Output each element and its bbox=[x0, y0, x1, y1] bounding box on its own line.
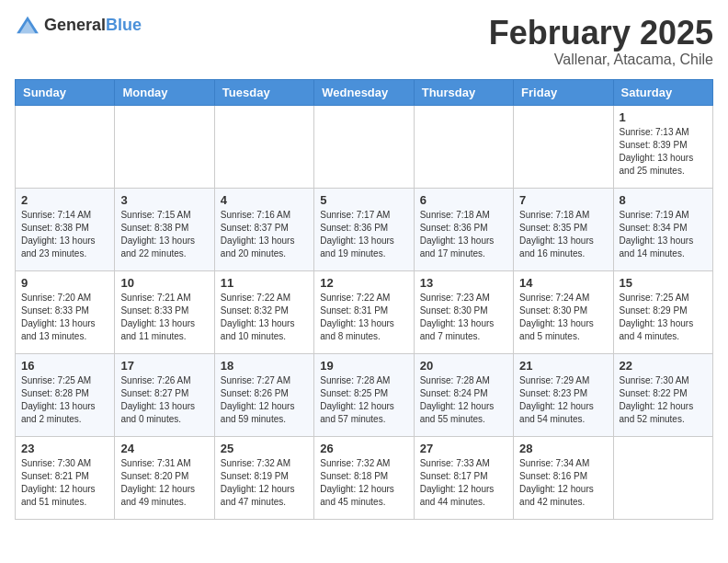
day-info: Sunrise: 7:25 AM Sunset: 8:29 PM Dayligh… bbox=[620, 292, 707, 343]
day-number: 8 bbox=[620, 193, 707, 207]
calendar-cell bbox=[414, 105, 513, 188]
calendar-cell: 23Sunrise: 7:30 AM Sunset: 8:21 PM Dayli… bbox=[16, 436, 115, 519]
day-number: 27 bbox=[420, 442, 507, 455]
calendar: SundayMondayTuesdayWednesdayThursdayFrid… bbox=[15, 79, 713, 520]
weekday-header-thursday: Thursday bbox=[414, 79, 513, 105]
calendar-cell: 10Sunrise: 7:21 AM Sunset: 8:33 PM Dayli… bbox=[115, 270, 214, 353]
logo: GeneralBlue bbox=[15, 15, 142, 35]
day-info: Sunrise: 7:32 AM Sunset: 8:19 PM Dayligh… bbox=[221, 457, 308, 509]
day-info: Sunrise: 7:19 AM Sunset: 8:34 PM Dayligh… bbox=[620, 209, 707, 260]
day-info: Sunrise: 7:21 AM Sunset: 8:33 PM Dayligh… bbox=[120, 292, 208, 343]
logo-icon bbox=[15, 15, 40, 35]
calendar-cell: 11Sunrise: 7:22 AM Sunset: 8:32 PM Dayli… bbox=[214, 270, 313, 353]
calendar-cell: 2Sunrise: 7:14 AM Sunset: 8:38 PM Daylig… bbox=[16, 188, 115, 270]
day-info: Sunrise: 7:17 AM Sunset: 8:36 PM Dayligh… bbox=[320, 209, 407, 260]
day-info: Sunrise: 7:22 AM Sunset: 8:32 PM Dayligh… bbox=[221, 292, 308, 343]
calendar-cell: 21Sunrise: 7:29 AM Sunset: 8:23 PM Dayli… bbox=[514, 353, 613, 436]
weekday-header-saturday: Saturday bbox=[613, 79, 712, 105]
day-info: Sunrise: 7:33 AM Sunset: 8:17 PM Dayligh… bbox=[420, 457, 507, 509]
day-number: 11 bbox=[221, 276, 308, 290]
day-number: 21 bbox=[519, 359, 607, 373]
day-info: Sunrise: 7:30 AM Sunset: 8:21 PM Dayligh… bbox=[21, 457, 108, 509]
calendar-cell: 19Sunrise: 7:28 AM Sunset: 8:25 PM Dayli… bbox=[314, 353, 414, 436]
day-info: Sunrise: 7:24 AM Sunset: 8:30 PM Dayligh… bbox=[519, 292, 607, 343]
calendar-cell: 8Sunrise: 7:19 AM Sunset: 8:34 PM Daylig… bbox=[613, 188, 712, 270]
calendar-cell bbox=[16, 105, 115, 188]
calendar-cell: 13Sunrise: 7:23 AM Sunset: 8:30 PM Dayli… bbox=[414, 270, 513, 353]
day-number: 20 bbox=[420, 359, 507, 373]
weekday-header-monday: Monday bbox=[115, 79, 214, 105]
day-number: 17 bbox=[120, 359, 208, 373]
calendar-week-5: 23Sunrise: 7:30 AM Sunset: 8:21 PM Dayli… bbox=[16, 436, 713, 519]
day-info: Sunrise: 7:23 AM Sunset: 8:30 PM Dayligh… bbox=[420, 292, 507, 343]
day-info: Sunrise: 7:27 AM Sunset: 8:26 PM Dayligh… bbox=[221, 374, 308, 426]
weekday-header-sunday: Sunday bbox=[16, 79, 115, 105]
day-number: 23 bbox=[21, 442, 108, 455]
calendar-cell bbox=[514, 105, 613, 188]
day-number: 15 bbox=[620, 276, 707, 290]
day-info: Sunrise: 7:31 AM Sunset: 8:20 PM Dayligh… bbox=[120, 457, 208, 509]
weekday-header-row: SundayMondayTuesdayWednesdayThursdayFrid… bbox=[16, 79, 713, 105]
calendar-cell: 17Sunrise: 7:26 AM Sunset: 8:27 PM Dayli… bbox=[115, 353, 214, 436]
calendar-week-2: 2Sunrise: 7:14 AM Sunset: 8:38 PM Daylig… bbox=[16, 188, 713, 270]
day-info: Sunrise: 7:32 AM Sunset: 8:18 PM Dayligh… bbox=[320, 457, 407, 509]
calendar-cell: 6Sunrise: 7:18 AM Sunset: 8:36 PM Daylig… bbox=[414, 188, 513, 270]
calendar-cell: 20Sunrise: 7:28 AM Sunset: 8:24 PM Dayli… bbox=[414, 353, 513, 436]
calendar-cell: 28Sunrise: 7:34 AM Sunset: 8:16 PM Dayli… bbox=[514, 436, 613, 519]
day-number: 28 bbox=[519, 442, 607, 455]
day-info: Sunrise: 7:28 AM Sunset: 8:24 PM Dayligh… bbox=[420, 374, 507, 426]
calendar-cell bbox=[613, 436, 712, 519]
calendar-cell: 5Sunrise: 7:17 AM Sunset: 8:36 PM Daylig… bbox=[314, 188, 414, 270]
day-info: Sunrise: 7:25 AM Sunset: 8:28 PM Dayligh… bbox=[21, 374, 108, 426]
calendar-cell: 1Sunrise: 7:13 AM Sunset: 8:39 PM Daylig… bbox=[613, 105, 712, 188]
day-info: Sunrise: 7:30 AM Sunset: 8:22 PM Dayligh… bbox=[620, 374, 707, 426]
title-area: February 2025 Vallenar, Atacama, Chile bbox=[489, 15, 713, 68]
day-number: 24 bbox=[120, 442, 208, 455]
day-info: Sunrise: 7:29 AM Sunset: 8:23 PM Dayligh… bbox=[519, 374, 607, 426]
calendar-cell: 24Sunrise: 7:31 AM Sunset: 8:20 PM Dayli… bbox=[115, 436, 214, 519]
calendar-cell: 18Sunrise: 7:27 AM Sunset: 8:26 PM Dayli… bbox=[214, 353, 313, 436]
day-number: 19 bbox=[320, 359, 407, 373]
calendar-cell: 12Sunrise: 7:22 AM Sunset: 8:31 PM Dayli… bbox=[314, 270, 414, 353]
calendar-cell bbox=[314, 105, 414, 188]
weekday-header-wednesday: Wednesday bbox=[314, 79, 414, 105]
weekday-header-friday: Friday bbox=[514, 79, 613, 105]
calendar-cell: 16Sunrise: 7:25 AM Sunset: 8:28 PM Dayli… bbox=[16, 353, 115, 436]
calendar-cell: 25Sunrise: 7:32 AM Sunset: 8:19 PM Dayli… bbox=[214, 436, 313, 519]
calendar-week-4: 16Sunrise: 7:25 AM Sunset: 8:28 PM Dayli… bbox=[16, 353, 713, 436]
calendar-cell: 7Sunrise: 7:18 AM Sunset: 8:35 PM Daylig… bbox=[514, 188, 613, 270]
calendar-cell: 9Sunrise: 7:20 AM Sunset: 8:33 PM Daylig… bbox=[16, 270, 115, 353]
location: Vallenar, Atacama, Chile bbox=[489, 52, 713, 68]
day-info: Sunrise: 7:28 AM Sunset: 8:25 PM Dayligh… bbox=[320, 374, 407, 426]
calendar-cell: 3Sunrise: 7:15 AM Sunset: 8:38 PM Daylig… bbox=[115, 188, 214, 270]
day-number: 4 bbox=[221, 193, 308, 207]
day-number: 9 bbox=[21, 276, 108, 290]
day-number: 10 bbox=[120, 276, 208, 290]
day-number: 18 bbox=[221, 359, 308, 373]
calendar-body: 1Sunrise: 7:13 AM Sunset: 8:39 PM Daylig… bbox=[16, 105, 713, 519]
calendar-cell bbox=[214, 105, 313, 188]
calendar-week-1: 1Sunrise: 7:13 AM Sunset: 8:39 PM Daylig… bbox=[16, 105, 713, 188]
day-number: 3 bbox=[120, 193, 208, 207]
weekday-header-tuesday: Tuesday bbox=[214, 79, 313, 105]
day-info: Sunrise: 7:34 AM Sunset: 8:16 PM Dayligh… bbox=[519, 457, 607, 509]
day-number: 12 bbox=[320, 276, 407, 290]
logo-text: GeneralBlue bbox=[44, 16, 142, 35]
day-number: 7 bbox=[519, 193, 607, 207]
day-number: 22 bbox=[620, 359, 707, 373]
day-info: Sunrise: 7:18 AM Sunset: 8:35 PM Dayligh… bbox=[519, 209, 607, 260]
calendar-cell: 4Sunrise: 7:16 AM Sunset: 8:37 PM Daylig… bbox=[214, 188, 313, 270]
day-info: Sunrise: 7:22 AM Sunset: 8:31 PM Dayligh… bbox=[320, 292, 407, 343]
day-info: Sunrise: 7:14 AM Sunset: 8:38 PM Dayligh… bbox=[21, 209, 108, 260]
day-number: 1 bbox=[620, 110, 707, 124]
day-info: Sunrise: 7:20 AM Sunset: 8:33 PM Dayligh… bbox=[21, 292, 108, 343]
calendar-cell: 14Sunrise: 7:24 AM Sunset: 8:30 PM Dayli… bbox=[514, 270, 613, 353]
day-number: 5 bbox=[320, 193, 407, 207]
day-info: Sunrise: 7:16 AM Sunset: 8:37 PM Dayligh… bbox=[221, 209, 308, 260]
day-number: 25 bbox=[221, 442, 308, 455]
day-number: 2 bbox=[21, 193, 108, 207]
logo-general: General bbox=[44, 16, 106, 34]
day-info: Sunrise: 7:18 AM Sunset: 8:36 PM Dayligh… bbox=[420, 209, 507, 260]
header: GeneralBlue February 2025 Vallenar, Atac… bbox=[15, 15, 713, 68]
day-number: 14 bbox=[519, 276, 607, 290]
